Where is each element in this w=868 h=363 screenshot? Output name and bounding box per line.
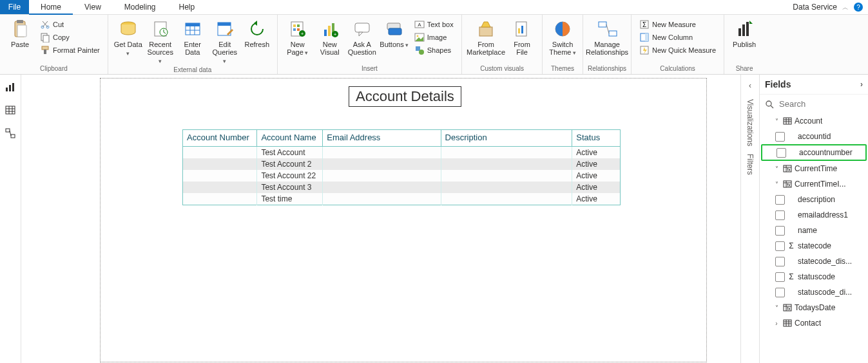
table-cell: [183, 170, 257, 182]
calc-table-icon: fx: [783, 180, 792, 189]
help-icon[interactable]: ?: [854, 3, 863, 12]
field-checkbox[interactable]: [775, 288, 785, 297]
enter-data-button[interactable]: Enter Data: [177, 16, 209, 56]
recent-sources-button[interactable]: Recent Sources: [144, 16, 177, 65]
table-icon: [783, 319, 792, 328]
field-checkbox[interactable]: [775, 132, 785, 142]
new-quick-measure-button[interactable]: New Quick Measure: [638, 44, 717, 56]
data-service-label[interactable]: Data Service: [793, 3, 837, 12]
field-checkbox[interactable]: [775, 226, 785, 236]
table-header[interactable]: Account Name: [257, 130, 323, 147]
table-row[interactable]: Test Account 22Active: [183, 170, 621, 182]
filters-tab[interactable]: Filters: [746, 150, 755, 179]
ask-question-button[interactable]: Ask A Question: [346, 16, 378, 56]
table-cell: [183, 158, 257, 170]
field-statecode[interactable]: Σstatecode: [760, 238, 868, 254]
table-row[interactable]: Test timeActive: [183, 193, 621, 205]
fields-search[interactable]: [760, 95, 868, 113]
switch-theme-button[interactable]: Switch Theme: [546, 16, 579, 57]
visualizations-tab[interactable]: Visualizations: [746, 95, 755, 150]
new-column-button[interactable]: New Column: [638, 32, 717, 43]
fields-calc-todaysdate[interactable]: ˅fxTodaysDate: [760, 300, 868, 315]
table-header[interactable]: Description: [441, 130, 572, 147]
table-header[interactable]: Account Number: [183, 130, 257, 147]
field-checkbox[interactable]: [775, 272, 785, 282]
field-accountnumber[interactable]: Σaccountnumber: [761, 144, 867, 161]
table-cell: [323, 147, 441, 159]
copy-icon: [40, 32, 50, 42]
scissors-icon: [40, 19, 50, 30]
shapes-icon: [414, 45, 425, 55]
tab-help[interactable]: Help: [168, 0, 207, 14]
model-view-icon[interactable]: [5, 127, 16, 139]
field-name[interactable]: Σname: [760, 223, 868, 238]
image-button[interactable]: Image: [413, 32, 455, 43]
refresh-icon: [247, 19, 267, 39]
file-tab[interactable]: File: [0, 0, 29, 14]
page-outline: [100, 78, 707, 362]
field-checkbox[interactable]: [775, 241, 785, 251]
get-data-button[interactable]: Get Data: [112, 16, 144, 57]
from-file-button[interactable]: From File: [506, 16, 538, 56]
field-label: statuscode_di...: [798, 288, 852, 297]
tab-view[interactable]: View: [73, 0, 113, 14]
table-row[interactable]: Test Account 3Active: [183, 182, 621, 193]
shapes-button[interactable]: Shapes: [413, 44, 455, 56]
chevron-icon: ˅: [773, 118, 780, 125]
table-row[interactable]: Test Account 2Active: [183, 158, 621, 170]
field-statuscode_di...[interactable]: Σstatuscode_di...: [760, 284, 868, 300]
table-cell: Test Account 22: [257, 170, 323, 182]
expand-visualizations-icon[interactable]: ‹: [749, 81, 751, 95]
from-marketplace-button[interactable]: From Marketplace: [466, 16, 506, 56]
svg-text:A: A: [418, 22, 421, 28]
svg-rect-74: [11, 135, 15, 138]
expand-fields-icon[interactable]: ›: [860, 80, 863, 89]
field-checkbox[interactable]: [775, 257, 785, 266]
collapse-ribbon-icon[interactable]: [842, 3, 849, 12]
buttons-button[interactable]: Buttons: [378, 16, 410, 49]
table-row[interactable]: Test AccountActive: [183, 147, 621, 159]
tab-modeling[interactable]: Modeling: [113, 0, 168, 14]
table-header[interactable]: Status: [572, 130, 621, 147]
field-statecode_dis...[interactable]: Σstatecode_dis...: [760, 254, 868, 269]
field-statuscode[interactable]: Σstatuscode: [760, 269, 868, 284]
new-page-button[interactable]: + New Page: [282, 16, 314, 57]
publish-button[interactable]: Publish: [728, 16, 760, 48]
field-checkbox[interactable]: [775, 210, 785, 220]
new-measure-button[interactable]: Σ New Measure: [638, 19, 717, 30]
format-painter-button[interactable]: Format Painter: [39, 44, 101, 56]
edit-queries-button[interactable]: Edit Queries: [209, 16, 241, 65]
table-header[interactable]: Email Address: [323, 130, 441, 147]
data-view-icon[interactable]: [5, 104, 16, 116]
copy-button[interactable]: Copy: [39, 32, 101, 43]
group-label: Relationships: [588, 64, 626, 74]
ribbon-group-external-data: Get Data Recent Sources Enter Data Edit …: [108, 15, 278, 74]
report-canvas[interactable]: Account Details Account NumberAccount Na…: [21, 75, 740, 363]
field-description[interactable]: Σdescription: [760, 192, 868, 207]
svg-text:Σ: Σ: [642, 21, 646, 28]
brush-icon: [40, 45, 50, 55]
fields-calc-currenttime[interactable]: ˅fxCurrentTime: [760, 161, 868, 176]
field-label: CurrentTimeI...: [795, 180, 846, 189]
field-emailaddress1[interactable]: Σemailaddress1: [760, 207, 868, 223]
new-visual-button[interactable]: + New Visual: [314, 16, 346, 56]
fields-table-account[interactable]: ˅Account: [760, 113, 868, 129]
cut-button[interactable]: Cut: [39, 19, 101, 30]
account-table-visual[interactable]: Account NumberAccount NameEmail AddressD…: [182, 129, 621, 205]
refresh-button[interactable]: Refresh: [241, 16, 273, 48]
text-box-button[interactable]: A Text box: [413, 19, 455, 30]
title-text-box[interactable]: Account Details: [349, 86, 461, 107]
fields-table-contact[interactable]: ›Contact: [760, 315, 868, 331]
field-checkbox[interactable]: [776, 148, 786, 158]
paste-button[interactable]: Paste: [4, 16, 36, 48]
report-view-icon[interactable]: [5, 81, 16, 93]
field-checkbox[interactable]: [775, 195, 785, 205]
table-cell: [441, 158, 572, 170]
fields-calc-currenttimei...[interactable]: ˅fxCurrentTimeI...: [760, 176, 868, 192]
fields-search-input[interactable]: [778, 98, 868, 109]
svg-rect-58: [645, 33, 648, 41]
tab-home[interactable]: Home: [29, 0, 73, 15]
chevron-icon: ˅: [773, 304, 780, 312]
field-accountid[interactable]: Σaccountid: [760, 129, 868, 144]
manage-relationships-button[interactable]: Manage Relationships: [587, 16, 627, 56]
